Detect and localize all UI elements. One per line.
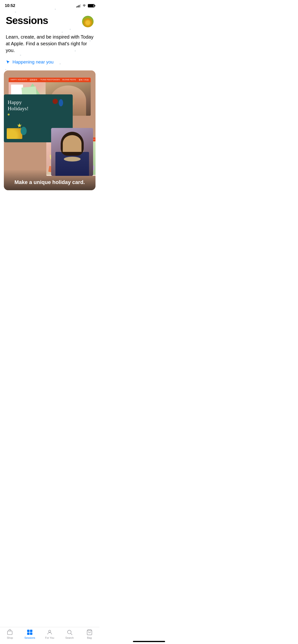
location-arrow-icon [6, 60, 11, 64]
status-icons [76, 4, 95, 8]
card-scroll-area: HAPPY HOLIDAYS 謹賀新年 "FIJNE FEESTDAGEN BU… [0, 70, 99, 190]
location-text: Happening near you [13, 60, 54, 65]
header: Sessions [0, 10, 99, 30]
status-time: 10:52 [5, 3, 15, 8]
description-section: Learn, create, and be inspired with Toda… [0, 30, 99, 56]
selfie-card [51, 128, 93, 176]
battery-icon [88, 4, 95, 8]
wifi-icon [82, 4, 86, 8]
page-title: Sessions [6, 15, 48, 26]
status-bar: 10:52 [0, 0, 99, 10]
avatar[interactable] [82, 16, 94, 27]
card-header-text: HAPPY HOLIDAYS 謹賀新年 "FIJNE FEESTDAGEN BU… [9, 78, 91, 82]
location-link[interactable]: Happening near you [0, 56, 99, 70]
description-text: Learn, create, and be inspired with Toda… [6, 34, 94, 54]
card-caption-text: Make a unique holiday card. [9, 179, 91, 186]
signal-icon [76, 4, 81, 8]
featured-card[interactable]: HAPPY HOLIDAYS 謹賀新年 "FIJNE FEESTDAGEN BU… [4, 70, 95, 190]
